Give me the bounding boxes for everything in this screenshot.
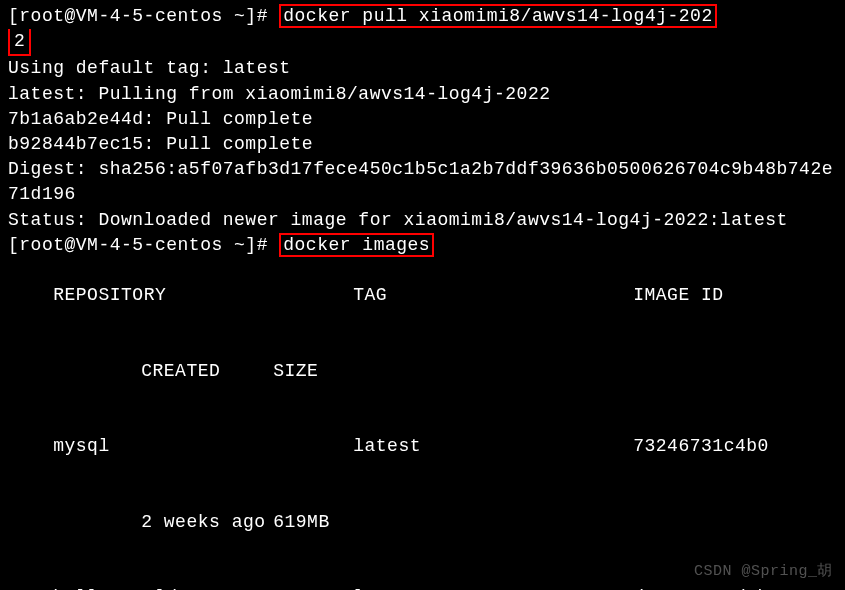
cell-id: d2c94e258dcb [633,585,769,590]
output-line: Using default tag: latest [8,56,837,81]
command-pull-part1: docker pull xiaomimi8/awvs14-log4j-202 [279,4,716,28]
shell-prompt: [root@VM-4-5-centos ~]# [8,6,279,26]
header-repository: REPOSITORY [53,283,353,308]
watermark: CSDN @Spring_胡 [694,561,833,582]
output-line: Status: Downloaded newer image for xiaom… [8,208,837,233]
terminal-output: [root@VM-4-5-centos ~]# docker pull xiao… [8,4,837,590]
table-header-row: REPOSITORYTAGIMAGE ID [8,258,837,334]
output-line: latest: Pulling from xiaomimi8/awvs14-lo… [8,82,837,107]
header-size: SIZE [273,359,318,384]
cell-repo: hello-world [53,585,353,590]
output-line: 7b1a6ab2e44d: Pull complete [8,107,837,132]
header-image-id: IMAGE ID [633,283,723,308]
command-pull-part2: 2 [8,29,31,56]
table-row: mysqllatest73246731c4b0 [8,409,837,485]
command-line-1: [root@VM-4-5-centos ~]# docker pull xiao… [8,4,837,29]
output-line: b92844b7ec15: Pull complete [8,132,837,157]
command-line-2: [root@VM-4-5-centos ~]# docker images [8,233,837,258]
command-images: docker images [279,233,434,257]
command-line-1-wrap: 2 [8,29,837,56]
cell-id: 73246731c4b0 [633,434,769,459]
table-header-row2: CREATEDSIZE [8,333,837,409]
header-tag: TAG [353,283,633,308]
table-row-2: 2 weeks ago619MB [8,485,837,561]
output-line: Digest: sha256:a5f07afb3d17fece450c1b5c1… [8,157,837,207]
shell-prompt: [root@VM-4-5-centos ~]# [8,235,279,255]
cell-repo: mysql [53,434,353,459]
header-created: CREATED [53,359,273,384]
cell-tag: latest [353,434,633,459]
cell-size: 619MB [273,510,330,535]
cell-created: 2 weeks ago [53,510,273,535]
cell-tag: latest [353,585,633,590]
